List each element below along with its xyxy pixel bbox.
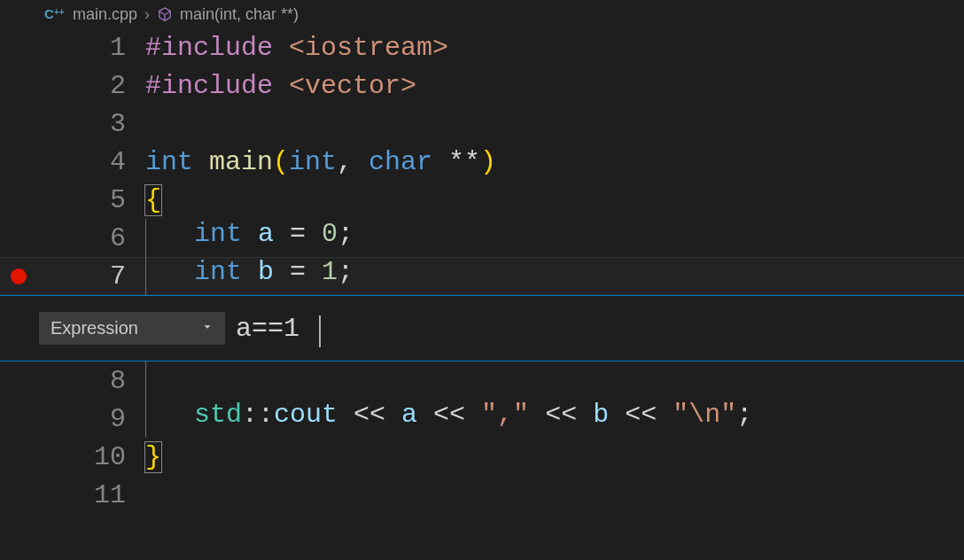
code-line: 6 int a = 0; <box>0 219 964 257</box>
code-line: 10 } <box>0 438 964 476</box>
svg-text:C: C <box>44 6 54 21</box>
code-line: 3 <box>0 105 964 143</box>
code-line: 4 int main(int, char **) <box>0 143 964 181</box>
code-line: 9 std::cout << a << "," << b << "\n"; <box>0 400 964 438</box>
line-number: 9 <box>0 404 126 434</box>
method-icon <box>157 6 173 22</box>
line-number: 5 <box>0 185 126 215</box>
breakpoint-icon[interactable] <box>11 268 27 284</box>
code-line: 11 <box>0 476 964 514</box>
line-number: 3 <box>0 109 126 139</box>
breakpoint-condition-widget: Expression <box>0 295 964 362</box>
line-number: 1 <box>0 33 126 63</box>
line-number: 8 <box>0 366 126 396</box>
breakpoint-type-select[interactable]: Expression <box>39 312 225 345</box>
breakpoint-type-label: Expression <box>51 318 138 338</box>
svg-text:++: ++ <box>54 7 65 17</box>
line-number: 4 <box>0 147 126 177</box>
breakpoint-expression-input[interactable] <box>236 314 948 344</box>
code-line-current: 7 int b = 1; <box>0 257 964 295</box>
code-editor[interactable]: 1 #include <iostream> 2 #include <vector… <box>0 28 964 514</box>
line-number: 10 <box>0 442 126 472</box>
text-cursor <box>319 315 321 347</box>
line-number: 2 <box>0 71 126 101</box>
breadcrumb-file[interactable]: main.cpp <box>73 5 137 24</box>
line-number: 6 <box>0 223 126 253</box>
breadcrumb-separator: › <box>144 5 150 24</box>
code-line: 5 { <box>0 181 964 219</box>
breadcrumb[interactable]: C ++ main.cpp › main(int, char **) <box>0 0 964 28</box>
line-number: 11 <box>0 480 126 510</box>
code-line: 8 <box>0 362 964 400</box>
cpp-file-icon: C ++ <box>44 6 66 22</box>
code-line: 1 #include <iostream> <box>0 28 964 66</box>
breadcrumb-symbol[interactable]: main(int, char **) <box>180 5 299 24</box>
code-line: 2 #include <vector> <box>0 66 964 105</box>
chevron-down-icon <box>201 321 214 336</box>
